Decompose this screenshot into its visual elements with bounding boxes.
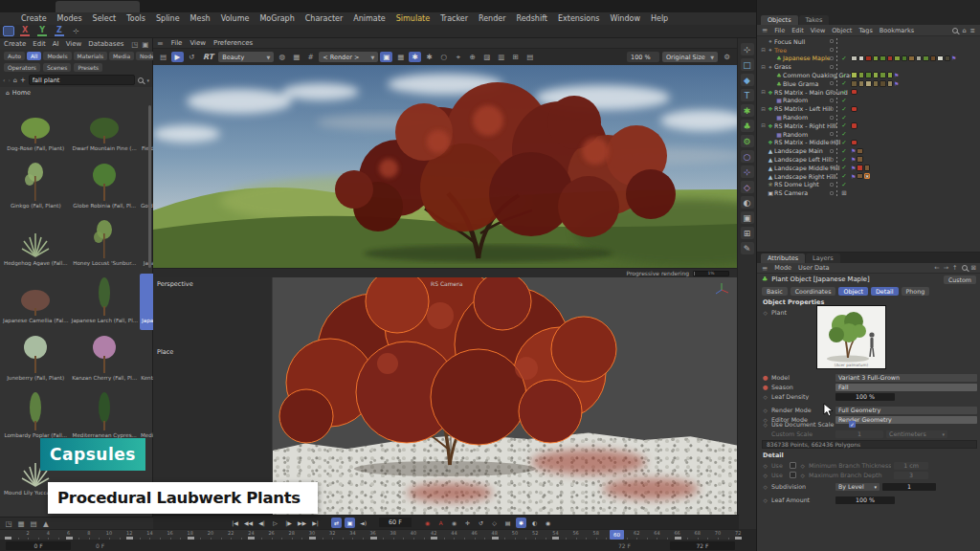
menu-item[interactable]: Help (651, 14, 668, 23)
playback-toggle[interactable]: ⇄ (331, 518, 342, 528)
object-tags[interactable]: ⚑ (851, 147, 863, 154)
object-row[interactable]: ☼ RS Dome Light ✓ (757, 181, 980, 189)
visibility-controls[interactable]: ✓ (830, 88, 848, 96)
keyframe-button[interactable]: ↺ (476, 518, 486, 528)
object-row[interactable]: ▲ Landscape Middle Hill ✓ ⚑ (757, 164, 980, 172)
filter-tab[interactable]: All (27, 52, 41, 60)
axis-lock-button[interactable]: Y (37, 26, 47, 36)
menu-item[interactable]: Window (610, 14, 640, 23)
viewport-tree[interactable] (273, 277, 737, 515)
visibility-controls[interactable]: ✓ (830, 79, 848, 87)
model-mode-icon[interactable] (3, 26, 14, 36)
transport-button[interactable]: ▶| (310, 518, 321, 528)
object-row[interactable]: ⊟ ❖ RS Matrix - Right Hill ✓ (757, 121, 980, 130)
enable-check[interactable]: ✓ (840, 105, 848, 113)
render-setting-dropdown[interactable]: < Render >▼ (319, 52, 378, 62)
param-dot[interactable]: ◇ (762, 484, 768, 490)
asset-menu-item[interactable]: Databases (88, 40, 123, 48)
render-tool-icon[interactable]: ⊕ (466, 52, 479, 62)
visibility-controls[interactable] (830, 47, 848, 53)
om-tab[interactable]: Takes (799, 15, 830, 25)
view-mode-icon[interactable]: ◳ (4, 518, 13, 529)
menu-item[interactable]: Select (93, 14, 117, 23)
enable-check[interactable]: ✓ (840, 72, 848, 79)
object-row[interactable]: ♣ Blue Grama ✓ ⚑ (757, 79, 980, 88)
view-mode-icon[interactable]: ▤ (29, 518, 38, 529)
transport-button[interactable]: ◀| (256, 518, 267, 528)
menu-item[interactable]: Tracker (440, 14, 468, 23)
search-icon[interactable] (138, 77, 144, 83)
object-label[interactable]: Focus Null (774, 38, 805, 45)
menu-item[interactable]: Simulate (396, 14, 430, 23)
param-dot[interactable]: ◇ (762, 394, 768, 400)
render-tool-icon[interactable]: ⊞ (509, 52, 522, 62)
menu-item[interactable]: Spline (156, 14, 180, 23)
expand-icon[interactable]: ⊟ (760, 106, 767, 112)
object-label[interactable]: RS Dome Light (774, 181, 819, 187)
visibility-dots[interactable] (835, 38, 838, 44)
layer-chip[interactable] (830, 56, 834, 60)
visibility-dots[interactable] (835, 148, 838, 154)
visibility-controls[interactable]: ✓ (830, 55, 848, 62)
attr-tab[interactable]: Attributes (761, 253, 805, 263)
asset-menu-item[interactable]: View (66, 40, 82, 48)
visibility-controls[interactable]: ✓ (830, 172, 848, 180)
transport-button[interactable]: |▶ (283, 518, 294, 528)
enable-check[interactable]: ✓ (840, 55, 848, 62)
menu-item[interactable]: Mesh (190, 14, 211, 23)
filter-tab[interactable]: Materials (74, 52, 108, 60)
layer-chip[interactable] (830, 158, 834, 162)
render-tool-icon[interactable]: ▤ (523, 52, 536, 62)
axis-lock-button[interactable]: X (20, 26, 30, 36)
visibility-controls[interactable]: ✓ (830, 121, 848, 129)
create-object-icon[interactable]: ◆ (741, 74, 754, 86)
transport-button[interactable]: ▶▶ (297, 518, 307, 528)
playhead[interactable]: 60 (610, 530, 624, 540)
visibility-dots[interactable] (835, 47, 838, 53)
document-scale-checkbox[interactable]: ✓ (849, 421, 856, 428)
view-mode-icon[interactable]: ▲ (41, 518, 51, 529)
visibility-controls[interactable]: ✓ (830, 147, 848, 155)
param-dot[interactable]: ● (762, 374, 768, 382)
size-dropdown[interactable]: Original Size▼ (662, 52, 718, 62)
axis-system-icon[interactable]: ⊹ (70, 26, 82, 36)
layer-chip[interactable] (830, 149, 834, 153)
visibility-dots[interactable] (835, 73, 838, 78)
layer-chip[interactable] (830, 132, 834, 136)
layer-chip[interactable] (830, 90, 834, 94)
playback-toggle[interactable]: ◄) (358, 518, 368, 528)
om-menu-item[interactable]: File (774, 27, 785, 34)
plant-asset[interactable]: Globe Robinia (Fall, Pl... (70, 159, 139, 215)
render-tool-icon[interactable]: ◍ (276, 52, 288, 62)
lock-icon[interactable]: ⊠ (971, 264, 976, 272)
visibility-dots[interactable] (835, 89, 838, 95)
object-row[interactable]: ♣ Japanese Maple ✓ ⚑ (757, 55, 980, 63)
plant-asset[interactable]: Hedgehog Agave (Fall... (2, 216, 69, 273)
render-tool-icon[interactable]: ▤ (157, 52, 169, 62)
home-icon[interactable]: ⌂ (13, 77, 17, 84)
object-row[interactable]: ▲ Landscape Right Hill ✓ ⚑✕ (757, 172, 980, 181)
visibility-dots[interactable] (835, 80, 838, 86)
subdivision-value[interactable]: 1 (882, 483, 936, 491)
visibility-dots[interactable] (835, 115, 838, 121)
menu-item[interactable]: Character (305, 14, 344, 23)
enable-check[interactable]: ⊞ (840, 189, 848, 197)
render-tool-icon[interactable]: ○ (437, 52, 450, 62)
attr-menu-item[interactable]: User Data (798, 264, 829, 272)
layer-chip[interactable] (830, 191, 834, 195)
object-label[interactable]: Blue Grama (783, 80, 818, 87)
dropdown-icon[interactable]: ▾ (146, 77, 149, 83)
object-label[interactable]: Japanese Maple (783, 55, 831, 61)
om-menu-item[interactable]: Bookmarks (880, 27, 914, 34)
layer-chip[interactable] (830, 165, 834, 169)
back-arrow-icon[interactable]: ← (934, 264, 939, 272)
create-object-icon[interactable]: ⊹ (741, 165, 754, 178)
visibility-dots[interactable] (835, 122, 838, 128)
visibility-dots[interactable] (835, 157, 838, 163)
menu-item[interactable]: Animate (353, 14, 386, 23)
layer-chip[interactable] (830, 183, 834, 187)
object-row[interactable]: ⊟ ❖ RS Matrix - Left Hill ✓ (757, 104, 980, 113)
attribute-value[interactable]: Full Geometry (835, 407, 977, 414)
object-label[interactable]: RS Matrix - Right Hill (774, 122, 836, 129)
om-menu-item[interactable]: Object (832, 27, 852, 34)
